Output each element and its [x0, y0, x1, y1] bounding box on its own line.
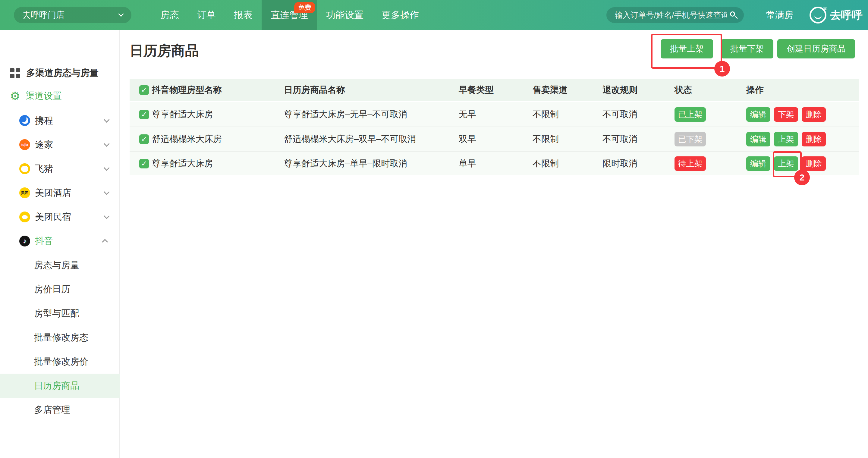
sales-channel: 不限制 — [532, 133, 602, 145]
status-badge: 已下架 — [675, 132, 706, 146]
col-product-name: 日历房商品名称 — [284, 84, 459, 96]
brand-logo: zz 去呼呼 — [809, 0, 863, 30]
sidebar-item-price-calendar[interactable]: 房价日历 — [0, 277, 120, 301]
product-name: 舒适榻榻米大床房–双早–不可取消 — [284, 133, 459, 145]
create-product-button[interactable]: 创建日历房商品 — [777, 39, 855, 59]
meituan-hotel-icon: 美团 — [19, 188, 30, 198]
chevron-down-icon — [104, 117, 110, 123]
page-title: 日历房商品 — [130, 41, 199, 60]
chevron-down-icon — [104, 189, 110, 195]
gear-icon: ⚙ — [10, 90, 20, 102]
sidebar-item-batch-room-status[interactable]: 批量修改房态 — [0, 325, 120, 350]
quick-search — [607, 7, 744, 23]
cancel-policy: 不可取消 — [602, 133, 675, 145]
nav-item-feature-settings[interactable]: 功能设置 — [317, 0, 373, 30]
edit-button[interactable]: 编辑 — [746, 156, 770, 171]
sidebar-title: 多渠道房态与房量 — [26, 67, 98, 79]
product-name: 尊享舒适大床房–单早–限时取消 — [284, 158, 459, 170]
annotation-step1-badge: 1 — [714, 61, 730, 76]
nav-item-reports[interactable]: 报表 — [225, 0, 261, 30]
table-row: ✓ 尊享舒适大床房 尊享舒适大床房–无早–不可取消 无早 不限制 不可取消 已上… — [130, 102, 859, 127]
grid-icon — [10, 68, 20, 78]
sidebar-item-calendar-room-product[interactable]: 日历房商品 — [0, 373, 120, 398]
status-badge: 已上架 — [675, 107, 706, 122]
meituan-bnb-icon — [19, 211, 30, 222]
tujia-icon: tujia — [19, 139, 30, 150]
main-nav: 房态 订单 报表 直连管理 免费 功能设置 更多操作 — [151, 0, 428, 30]
sidebar-item-tujia[interactable]: tujia 途家 — [0, 133, 120, 157]
nav-item-direct-connect[interactable]: 直连管理 免费 — [261, 0, 317, 30]
sidebar-item-channel-settings[interactable]: ⚙ 渠道设置 — [10, 90, 62, 102]
nav-item-orders[interactable]: 订单 — [188, 0, 225, 30]
topbar: 去呼呼门店 房态 订单 报表 直连管理 免费 功能设置 更多操作 常满房 zz … — [0, 0, 868, 30]
table-row: ✓ 舒适榻榻米大床房 舒适榻榻米大床房–双早–不可取消 双早 不限制 不可取消 … — [130, 127, 859, 151]
publish-button[interactable]: 上架 — [774, 132, 798, 146]
table-body: ✓ 尊享舒适大床房 尊享舒适大床房–无早–不可取消 无早 不限制 不可取消 已上… — [130, 102, 859, 175]
edit-button[interactable]: 编辑 — [746, 107, 770, 122]
row-checkbox[interactable]: ✓ — [139, 134, 149, 144]
chevron-up-icon — [102, 239, 108, 245]
search-input[interactable] — [607, 10, 730, 20]
delete-button[interactable]: 删除 — [802, 132, 826, 146]
main-content: 日历房商品 批量上架 批量下架 创建日历房商品 1 ✓ 抖音物理房型名称 日历房… — [121, 30, 868, 458]
fliggy-icon — [19, 163, 30, 174]
breakfast: 无早 — [459, 108, 532, 121]
chevron-down-icon — [104, 213, 110, 219]
sales-channel: 不限制 — [532, 108, 602, 121]
row-checkbox[interactable]: ✓ — [139, 159, 149, 168]
chevron-down-icon — [104, 165, 110, 171]
douyin-submenu: 房态与房量 房价日历 房型与匹配 批量修改房态 批量修改房价 日历房商品 多店管… — [0, 253, 120, 422]
col-room-type: 抖音物理房型名称 — [152, 84, 222, 96]
search-icon[interactable] — [730, 11, 737, 19]
select-all-checkbox[interactable]: ✓ — [139, 85, 149, 95]
channel-list: 携程 tujia 途家 飞猪 美团 美团酒店 美团民宿 ♪ 抖音 — [0, 108, 120, 253]
batch-unpublish-button[interactable]: 批量下架 — [721, 39, 773, 59]
sidebar-item-multi-store[interactable]: 多店管理 — [0, 398, 120, 422]
store-selector-label: 去呼呼门店 — [22, 9, 64, 21]
sidebar-header: 多渠道房态与房量 — [10, 67, 98, 79]
chevron-down-icon — [118, 11, 124, 17]
room-type: 尊享舒适大床房 — [152, 108, 213, 121]
sidebar-item-meituan-hotel[interactable]: 美团 美团酒店 — [0, 181, 120, 205]
table-row: ✓ 尊享舒适大床房 尊享舒适大床房–单早–限时取消 单早 不限制 限时取消 待上… — [130, 151, 859, 175]
store-selector[interactable]: 去呼呼门店 — [14, 7, 131, 23]
nav-item-more-actions[interactable]: 更多操作 — [373, 0, 428, 30]
sidebar-item-batch-room-price[interactable]: 批量修改房价 — [0, 350, 120, 373]
col-actions: 操作 — [746, 84, 859, 96]
status-badge: 待上架 — [675, 156, 706, 171]
changmanfang-link[interactable]: 常满房 — [766, 0, 793, 30]
douyin-icon: ♪ — [19, 236, 30, 247]
room-type: 尊享舒适大床房 — [152, 158, 213, 170]
sidebar-item-room-status-qty[interactable]: 房态与房量 — [0, 253, 120, 277]
nav-item-room-status[interactable]: 房态 — [151, 0, 188, 30]
cancel-policy: 限时取消 — [602, 158, 675, 170]
ctrip-icon — [19, 115, 30, 126]
table-header-row: ✓ 抖音物理房型名称 日历房商品名称 早餐类型 售卖渠道 退改规则 状态 操作 — [130, 79, 859, 101]
sales-channel: 不限制 — [532, 158, 602, 170]
col-sales-channel: 售卖渠道 — [532, 84, 602, 96]
row-checkbox[interactable]: ✓ — [139, 110, 149, 119]
breakfast: 双早 — [459, 133, 532, 145]
breakfast: 单早 — [459, 158, 532, 170]
free-badge: 免费 — [294, 2, 315, 13]
annotation-step2-badge: 2 — [794, 170, 810, 185]
edit-button[interactable]: 编辑 — [746, 132, 770, 146]
product-name: 尊享舒适大床房–无早–不可取消 — [284, 108, 459, 121]
sidebar-item-douyin[interactable]: ♪ 抖音 — [0, 229, 120, 253]
sidebar-item-meituan-bnb[interactable]: 美团民宿 — [0, 205, 120, 229]
delete-button[interactable]: 删除 — [802, 107, 826, 122]
col-breakfast: 早餐类型 — [459, 84, 532, 96]
sidebar: 多渠道房态与房量 ⚙ 渠道设置 携程 tujia 途家 飞猪 美团 美团酒店 美… — [0, 30, 120, 458]
product-table: ✓ 抖音物理房型名称 日历房商品名称 早餐类型 售卖渠道 退改规则 状态 操作 … — [130, 79, 859, 175]
publish-button[interactable]: 上架 — [774, 156, 798, 171]
col-status: 状态 — [675, 84, 746, 96]
sidebar-item-fliggy[interactable]: 飞猪 — [0, 157, 120, 181]
sidebar-item-room-type-match[interactable]: 房型与匹配 — [0, 301, 120, 325]
sidebar-item-ctrip[interactable]: 携程 — [0, 108, 120, 133]
chevron-down-icon — [104, 141, 110, 147]
cancel-policy: 不可取消 — [602, 108, 675, 121]
batch-publish-button[interactable]: 批量上架 — [661, 39, 713, 59]
quhuhu-logo-icon: zz — [809, 7, 827, 24]
delete-button[interactable]: 删除 — [802, 156, 826, 171]
unpublish-button[interactable]: 下架 — [774, 107, 798, 122]
